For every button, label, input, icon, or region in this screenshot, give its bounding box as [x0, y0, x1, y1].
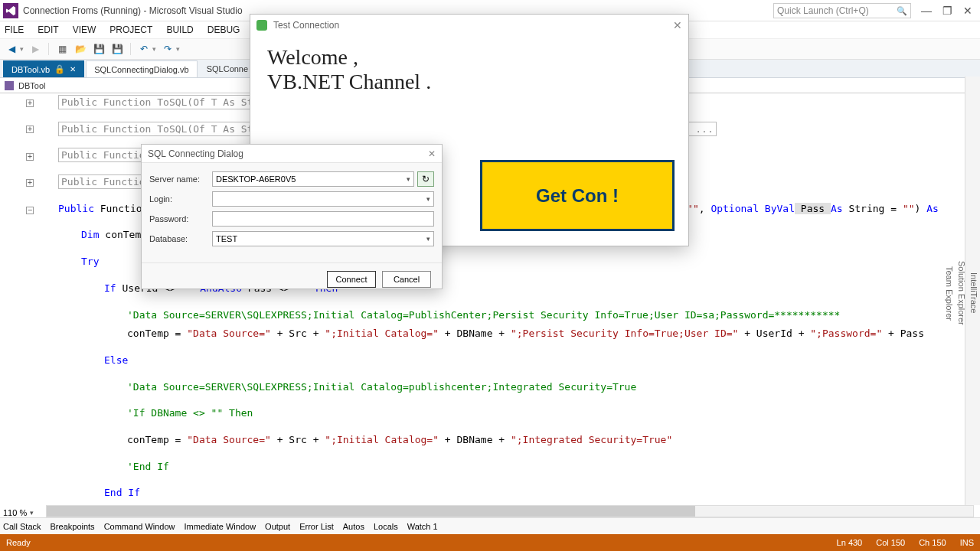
statusbar: Ready Ln 430 Col 150 Ch 150 INS: [0, 534, 980, 551]
menu-project[interactable]: PROJECT: [109, 24, 152, 35]
menu-file[interactable]: FILE: [5, 24, 24, 35]
close-tab-icon[interactable]: ✕: [70, 65, 76, 73]
status-ins: INS: [960, 538, 974, 547]
open-file-icon[interactable]: 📂: [74, 42, 87, 56]
pin-icon[interactable]: 🔒: [54, 64, 65, 74]
password-label: Password:: [149, 214, 212, 223]
class-icon: [5, 81, 14, 90]
rail-team-explorer[interactable]: Team Explorer: [943, 81, 956, 505]
tab-call-stack[interactable]: Call Stack: [3, 522, 41, 531]
close-icon[interactable]: ✕: [963, 5, 972, 17]
menu-debug[interactable]: DEBUG: [207, 24, 240, 35]
fold-icon[interactable]: +: [26, 99, 34, 107]
vs-logo-icon: [3, 3, 18, 18]
sql-connecting-dialog: SQL Connecting Dialog ✕ Server name: DES…: [141, 144, 443, 289]
quick-launch-input[interactable]: Quick Launch (Ctrl+Q) 🔍: [773, 3, 911, 18]
server-label: Server name:: [149, 174, 212, 184]
tab-output[interactable]: Output: [265, 522, 290, 531]
save-all-icon[interactable]: 💾: [110, 42, 124, 56]
tab-locals[interactable]: Locals: [374, 522, 398, 531]
gutter: + + + + −: [0, 93, 43, 505]
save-icon[interactable]: 💾: [92, 42, 106, 56]
zoom-dropdown[interactable]: 110 %▾: [3, 508, 34, 517]
tab-immediate-window[interactable]: Immediate Window: [185, 522, 256, 531]
horizontal-scrollbar[interactable]: [46, 505, 974, 517]
bottom-tab-strip: Call Stack Breakpoints Command Window Im…: [0, 517, 980, 534]
quick-launch-placeholder: Quick Launch (Ctrl+Q): [777, 5, 869, 16]
tab-error-list[interactable]: Error List: [299, 522, 334, 531]
close-icon[interactable]: ✕: [673, 19, 682, 31]
menu-edit[interactable]: EDIT: [38, 24, 58, 35]
fold-icon[interactable]: +: [26, 179, 34, 187]
nav-fwd-icon[interactable]: ▶: [28, 42, 42, 56]
server-name-combobox[interactable]: DESKTOP-A6ER0V5▾: [212, 171, 414, 187]
nav-back-icon[interactable]: ◀: [5, 42, 18, 56]
search-icon: 🔍: [897, 6, 907, 16]
password-input[interactable]: [212, 211, 434, 227]
app-icon: [256, 20, 267, 31]
maximize-icon[interactable]: ❐: [942, 5, 952, 17]
file-tab-dbtool[interactable]: DBTool.vb 🔒 ✕: [3, 60, 84, 77]
status-ln: Ln 430: [837, 538, 863, 547]
refresh-button[interactable]: ↻: [417, 171, 434, 187]
undo-icon[interactable]: ↶: [137, 42, 151, 56]
welcome-label: Welcome , VB.NET Channel .: [250, 36, 688, 103]
login-label: Login:: [149, 194, 212, 204]
rail-intellitrace[interactable]: IntelliTrace: [968, 81, 980, 505]
fold-icon[interactable]: +: [26, 126, 34, 133]
tab-command-window[interactable]: Command Window: [104, 522, 175, 531]
cancel-button[interactable]: Cancel: [382, 271, 431, 288]
connect-button[interactable]: Connect: [327, 271, 376, 288]
new-project-icon[interactable]: ▦: [55, 42, 69, 56]
file-tab-sqlconnectingdialog[interactable]: SQLConnectingDialog.vb: [86, 60, 198, 77]
close-icon[interactable]: ✕: [428, 148, 436, 159]
sql-dialog-titlebar[interactable]: SQL Connecting Dialog ✕: [142, 145, 442, 163]
database-combobox[interactable]: TEST▾: [212, 231, 434, 246]
status-ch: Ch 150: [919, 538, 946, 547]
file-tab-sqlconn[interactable]: SQLConne: [199, 60, 256, 77]
fold-icon[interactable]: +: [26, 153, 34, 161]
menu-view[interactable]: VIEW: [73, 24, 96, 35]
status-ready: Ready: [6, 538, 31, 547]
status-col: Col 150: [876, 538, 905, 547]
test-connection-titlebar[interactable]: Test Connection ✕: [250, 15, 688, 36]
fold-icon[interactable]: −: [26, 207, 34, 214]
tab-breakpoints[interactable]: Breakpoints: [51, 522, 95, 531]
get-con-button[interactable]: Get Con !: [480, 160, 675, 231]
right-rail: IntelliTrace Solution Explorer Team Expl…: [965, 77, 980, 505]
login-combobox[interactable]: ▾: [212, 191, 434, 207]
menu-build[interactable]: BUILD: [166, 24, 193, 35]
minimize-icon[interactable]: —: [921, 5, 932, 17]
database-label: Database:: [149, 234, 212, 243]
rail-solution-explorer[interactable]: Solution Explorer: [956, 81, 968, 505]
tab-watch1[interactable]: Watch 1: [407, 522, 438, 531]
redo-icon[interactable]: ↷: [161, 42, 175, 56]
tab-autos[interactable]: Autos: [343, 522, 364, 531]
